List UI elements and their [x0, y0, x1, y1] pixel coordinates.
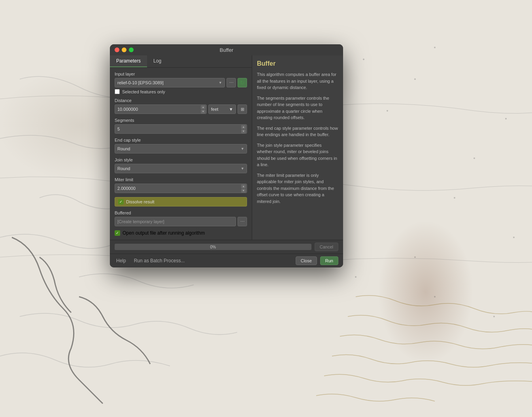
miter-limit-input[interactable]: 2.000000 ▲ ▼: [115, 184, 247, 193]
buffered-placeholder: [Create temporary layer]: [117, 219, 164, 224]
input-layer-group: Input layer relief-0-10 [EPSG:3089] ▼ ⋯ …: [115, 72, 247, 94]
batch-process-button[interactable]: Run as Batch Process...: [132, 257, 187, 264]
help-para-3: The end cap style parameter controls how…: [257, 125, 338, 138]
footer-right: Close Run: [296, 256, 338, 265]
help-para-2: The segments parameter controls the numb…: [257, 95, 338, 121]
svg-point-1: [414, 78, 416, 80]
tab-parameters[interactable]: Parameters: [110, 55, 147, 67]
join-style-group: Join style Round ▼: [115, 157, 247, 173]
window-controls: [115, 47, 134, 52]
dissolve-checkbox-box: ✓: [118, 199, 124, 205]
distance-options-icon: ⊞: [241, 107, 244, 112]
selected-features-row: Selected features only: [115, 89, 247, 94]
dialog-footer: Help Run as Batch Process... Close Run: [110, 254, 343, 267]
dots-icon: ⋯: [229, 80, 234, 85]
distance-unit-value: feet: [211, 107, 218, 112]
help-para-1: This algorithm computes a buffer area fo…: [257, 71, 338, 91]
help-text: This algorithm computes a buffer area fo…: [257, 71, 338, 205]
input-layer-select[interactable]: relief-0-10 [EPSG:3089] ▼: [115, 78, 225, 87]
end-cap-row: Round ▼: [115, 144, 247, 154]
join-style-value: Round: [117, 166, 130, 171]
left-panel: Parameters Log Input layer relief-0-10 […: [110, 55, 252, 240]
miter-limit-group: Miter limit 2.000000 ▲ ▼: [115, 177, 247, 193]
progress-area: 0% Cancel: [110, 240, 343, 254]
segments-label: Segments: [115, 118, 247, 123]
miter-limit-arrows: ▲ ▼: [241, 184, 246, 193]
buffer-dialog: Buffer Parameters Log Input layer relief…: [110, 44, 343, 267]
input-layer-refresh-button[interactable]: ↻: [238, 78, 247, 87]
segments-arrows: ▲ ▼: [241, 125, 246, 133]
help-para-5: The miter limit parameter is only applic…: [257, 172, 338, 205]
refresh-icon: ↻: [240, 80, 245, 86]
distance-value: 10.000000: [117, 107, 138, 112]
buffered-options-icon: ⋯: [240, 219, 245, 224]
svg-point-0: [363, 59, 364, 60]
distance-arrows: ▲ ▼: [201, 105, 206, 114]
segments-value: 5: [117, 127, 120, 131]
input-layer-value: relief-0-10 [EPSG:3089]: [117, 80, 164, 85]
run-button[interactable]: Run: [320, 256, 338, 265]
input-layer-arrow: ▼: [219, 81, 222, 85]
open-output-checkbox[interactable]: ✓: [115, 230, 120, 236]
minimize-window-button[interactable]: [122, 47, 126, 52]
unit-arrow: ▼: [229, 107, 233, 112]
miter-limit-label: Miter limit: [115, 177, 247, 182]
miter-limit-down-arrow[interactable]: ▼: [241, 189, 246, 193]
dissolve-check-icon: ✓: [119, 200, 123, 204]
svg-point-12: [493, 316, 495, 317]
svg-point-10: [355, 276, 357, 278]
segments-up-arrow[interactable]: ▲: [241, 125, 246, 129]
segments-input[interactable]: 5 ▲ ▼: [115, 124, 247, 134]
buffered-input[interactable]: [Create temporary layer]: [115, 217, 236, 226]
dissolve-result-label: Dissolve result: [126, 199, 155, 204]
svg-point-9: [414, 256, 416, 258]
help-button[interactable]: Help: [115, 257, 128, 264]
miter-limit-row: 2.000000 ▲ ▼: [115, 184, 247, 193]
maximize-window-button[interactable]: [129, 47, 134, 52]
selected-features-checkbox[interactable]: [115, 89, 120, 94]
footer-left: Help Run as Batch Process...: [115, 257, 186, 264]
join-style-select[interactable]: Round ▼: [115, 164, 247, 173]
parameters-panel: Input layer relief-0-10 [EPSG:3089] ▼ ⋯ …: [110, 68, 252, 240]
help-title: Buffer: [257, 60, 338, 67]
svg-point-11: [434, 296, 436, 298]
close-window-button[interactable]: [115, 47, 119, 52]
progress-bar-container: 0%: [115, 244, 311, 250]
distance-unit-select[interactable]: feet ▼: [208, 104, 236, 114]
svg-point-3: [387, 110, 388, 112]
distance-down-arrow[interactable]: ▼: [201, 110, 206, 114]
dialog-title: Buffer: [220, 47, 233, 53]
buffered-label: Buffered: [115, 210, 247, 215]
distance-options-button[interactable]: ⊞: [238, 104, 247, 114]
join-style-arrow: ▼: [241, 167, 244, 171]
distance-up-arrow[interactable]: ▲: [201, 105, 206, 109]
miter-limit-value: 2.000000: [117, 186, 136, 191]
dissolve-result-checkbox-row[interactable]: ✓ Dissolve result: [115, 197, 247, 207]
segments-down-arrow[interactable]: ▼: [241, 129, 246, 133]
cancel-button[interactable]: Cancel: [315, 243, 338, 251]
distance-row: 10.000000 ▲ ▼ feet ▼ ⊞: [115, 104, 247, 114]
tab-bar: Parameters Log: [110, 55, 252, 68]
end-cap-arrow: ▼: [241, 147, 244, 151]
svg-point-8: [513, 237, 515, 238]
title-bar: Buffer: [110, 44, 343, 55]
tab-log[interactable]: Log: [147, 55, 168, 67]
dissolve-group: ✓ Dissolve result: [115, 197, 247, 207]
svg-point-7: [454, 197, 455, 199]
distance-input[interactable]: 10.000000 ▲ ▼: [115, 104, 207, 114]
join-style-label: Join style: [115, 157, 247, 162]
selected-features-label: Selected features only: [122, 89, 165, 94]
buffered-options-button[interactable]: ⋯: [238, 217, 247, 226]
close-button[interactable]: Close: [296, 256, 317, 265]
svg-point-2: [434, 47, 436, 48]
distance-label: Distance: [115, 98, 247, 103]
input-layer-dots-button[interactable]: ⋯: [226, 78, 236, 87]
miter-limit-up-arrow[interactable]: ▲: [241, 184, 246, 188]
input-layer-row: relief-0-10 [EPSG:3089] ▼ ⋯ ↻: [115, 78, 247, 87]
open-output-row: ✓ Open output file after running algorit…: [115, 230, 247, 236]
segments-group: Segments 5 ▲ ▼: [115, 118, 247, 134]
svg-point-5: [474, 157, 475, 159]
end-cap-value: Round: [117, 146, 130, 151]
end-cap-select[interactable]: Round ▼: [115, 144, 247, 154]
input-layer-label: Input layer: [115, 72, 247, 76]
